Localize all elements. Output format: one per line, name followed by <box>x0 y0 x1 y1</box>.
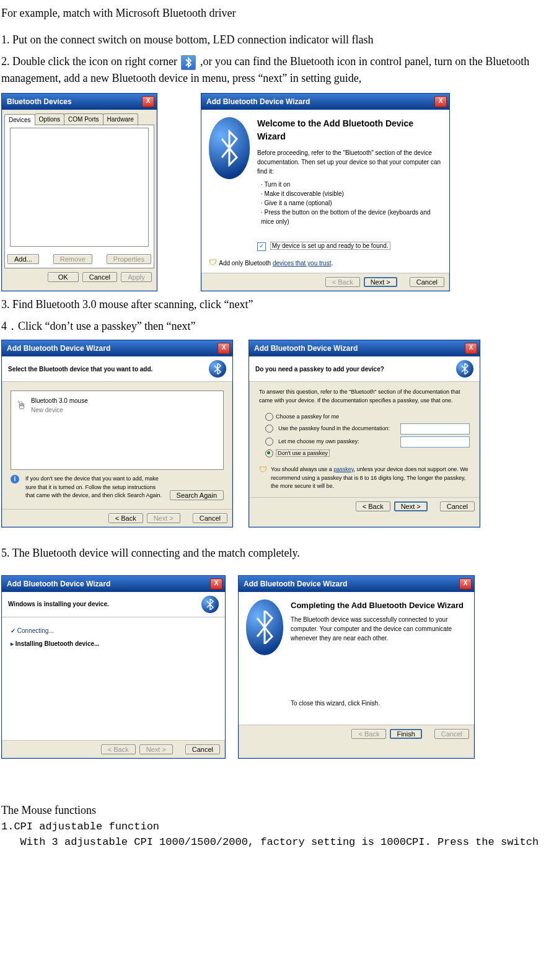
cancel-button[interactable]: Cancel <box>185 744 220 754</box>
close-icon[interactable]: X <box>218 343 230 354</box>
close-icon[interactable]: X <box>434 96 447 107</box>
wizard-intro: Before proceeding, refer to the "Bluetoo… <box>257 148 442 176</box>
status-line: Installing Bluetooth device... <box>15 640 100 647</box>
tab-devices[interactable]: Devices <box>4 114 35 125</box>
complete-text: The Bluetooth device was successfully co… <box>291 615 467 643</box>
info-text: If you don't see the device that you wan… <box>25 475 166 500</box>
step-2a: 2. Double click the icon on right corner <box>1 55 177 68</box>
radio-doc[interactable] <box>265 425 273 433</box>
titlebar: Add Bluetooth Device Wizard X <box>2 576 225 592</box>
step-5: 5. The Bluetooth device will connecting … <box>1 545 558 562</box>
device-list <box>10 128 149 247</box>
titlebar: Add Bluetooth Device Wizard X <box>2 340 232 356</box>
cancel-button[interactable]: Cancel <box>82 272 117 282</box>
radio-label: Let me choose my own passkey: <box>278 438 398 446</box>
window-title: Add Bluetooth Device Wizard <box>7 578 110 589</box>
titlebar: Add Bluetooth Device Wizard X <box>201 94 449 110</box>
search-again-button[interactable]: Search Again <box>170 490 224 500</box>
mouse-icon: 🖱 <box>16 397 27 414</box>
wizard-heading: Windows is installing your device. <box>8 599 109 609</box>
step-4: 4．Click “don’t use a passkey” then “next… <box>1 318 558 335</box>
cancel-button[interactable]: Cancel <box>193 513 227 523</box>
info-icon: i <box>11 475 19 483</box>
wizard-welcome: Add Bluetooth Device Wizard X Welcome to… <box>201 93 450 291</box>
add-button[interactable]: Add... <box>7 254 39 264</box>
radio-nopass[interactable] <box>265 449 273 457</box>
wizard-select-device: Add Bluetooth Device Wizard X Select the… <box>1 340 233 528</box>
wizard-header: Select the Bluetooth device that you wan… <box>2 356 232 382</box>
radio-label: Use the passkey found in the documentati… <box>278 425 398 433</box>
close-icon[interactable]: X <box>142 96 154 107</box>
tab-hardware[interactable]: Hardware <box>103 113 138 125</box>
back-button[interactable]: < Back <box>101 744 136 754</box>
passkey-link[interactable]: passkey <box>333 466 353 472</box>
bluetooth-logo-icon <box>201 596 219 613</box>
device-name: Bluetooth 3.0 mouse <box>31 396 88 405</box>
shield-icon: 🛡 <box>209 258 218 267</box>
titlebar: Bluetooth Devices X <box>2 94 157 110</box>
bullet: · Make it discoverable (visible) <box>261 189 442 198</box>
radio-choose[interactable] <box>265 413 273 421</box>
remove-button[interactable]: Remove <box>53 254 92 264</box>
next-button[interactable]: Next > <box>139 744 173 754</box>
wizard-heading: Welcome to the Add Bluetooth Device Wiza… <box>257 117 442 143</box>
back-button[interactable]: < Back <box>325 277 360 287</box>
ready-checkbox-label: My device is set up and ready to be foun… <box>270 242 390 250</box>
cpi-heading: 1.CPI adjustable function <box>1 819 558 835</box>
trust-text: Add only Bluetooth <box>219 260 273 267</box>
next-button[interactable]: Next > <box>394 501 428 511</box>
close-icon[interactable]: X <box>459 578 472 589</box>
window-title: Add Bluetooth Device Wizard <box>7 343 110 354</box>
radio-label: Don't use a passkey <box>276 449 330 457</box>
bluetooth-tray-icon <box>181 55 196 70</box>
properties-button[interactable]: Properties <box>107 254 151 264</box>
ok-button[interactable]: OK <box>48 272 79 282</box>
bluetooth-logo-icon <box>209 360 226 377</box>
checkbox[interactable]: ✓ <box>257 242 266 251</box>
tab-options[interactable]: Options <box>35 113 64 125</box>
next-button[interactable]: Next > <box>147 513 180 523</box>
shield-icon: 🛡 <box>259 466 267 474</box>
passkey-input[interactable] <box>400 436 470 448</box>
wizard-heading: Completing the Add Bluetooth Device Wiza… <box>291 599 467 612</box>
cpi-text: With 3 adjustable CPI 1000/1500/2000, fa… <box>1 834 558 850</box>
tab-comports[interactable]: COM Ports <box>64 113 103 125</box>
checkmark-icon: ✓ <box>11 627 15 634</box>
window-title: Add Bluetooth Device Wizard <box>244 578 347 589</box>
trust-link[interactable]: devices that you trust <box>273 260 332 267</box>
back-button[interactable]: < Back <box>351 729 386 739</box>
back-button[interactable]: < Back <box>356 501 390 511</box>
device-status: New device <box>31 405 88 415</box>
step-3: 3. Find Bluetooth 3.0 mouse after scanni… <box>1 296 558 313</box>
wizard-installing: Add Bluetooth Device Wizard X Windows is… <box>1 575 226 759</box>
radio-own[interactable] <box>265 438 273 446</box>
list-item[interactable]: 🖱 Bluetooth 3.0 mouse New device <box>16 396 218 415</box>
passkey-input[interactable] <box>400 423 470 435</box>
wizard-passkey: Add Bluetooth Device Wizard X Do you nee… <box>249 340 480 528</box>
radio-label: Choose a passkey for me <box>276 413 339 420</box>
titlebar: Add Bluetooth Device Wizard X <box>249 340 480 356</box>
cancel-button[interactable]: Cancel <box>410 277 444 287</box>
bluetooth-logo-icon <box>456 360 473 377</box>
next-button[interactable]: Next > <box>364 277 397 287</box>
arrow-icon: ▸ <box>11 640 14 647</box>
cancel-button[interactable]: Cancel <box>440 501 475 511</box>
close-icon[interactable]: X <box>465 343 477 354</box>
bullet: · Give it a name (optional) <box>261 198 442 208</box>
finish-button[interactable]: Finish <box>390 729 421 739</box>
tabs: Devices Options COM Ports Hardware <box>2 110 157 125</box>
bluetooth-devices-window: Bluetooth Devices X Devices Options COM … <box>1 93 157 291</box>
device-list[interactable]: 🖱 Bluetooth 3.0 mouse New device <box>11 391 224 470</box>
step-1: 1. Put on the connect switch on mouse bo… <box>1 32 558 48</box>
status-line: Connecting... <box>17 627 54 634</box>
intro-text: For example, match with Microsoft Blueto… <box>1 5 558 22</box>
bullet: · Turn it on <box>261 180 442 189</box>
close-icon[interactable]: X <box>210 578 222 589</box>
close-instruction: To close this wizard, click Finish. <box>291 699 467 708</box>
apply-button[interactable]: Apply <box>121 272 152 282</box>
cancel-button[interactable]: Cancel <box>434 729 469 739</box>
back-button[interactable]: < Back <box>108 513 143 523</box>
warn-text: You should always use a passkey, unless … <box>271 466 470 491</box>
wizard-complete: Add Bluetooth Device Wizard X Completing… <box>238 575 475 759</box>
window-title: Bluetooth Devices <box>7 96 72 107</box>
